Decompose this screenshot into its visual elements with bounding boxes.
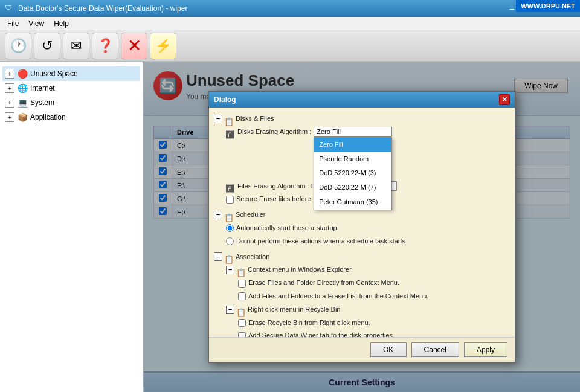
erase-direct-label: Erase Files and Folder Directly from Con…: [248, 277, 399, 289]
add-to-list-checkbox[interactable]: [238, 292, 246, 300]
erase-direct-checkbox[interactable]: [238, 280, 246, 288]
option-dod-3[interactable]: DoD 5220.22-M (3): [314, 166, 392, 181]
expand-application[interactable]: +: [5, 112, 14, 122]
dialog-content: – 📋 Disks & Files 🅰 Disks Erasing Algori…: [209, 108, 515, 337]
back-icon: 🕐: [10, 38, 27, 54]
sidebar-item-unused-space[interactable]: + 🔴 Unused Space: [2, 66, 140, 81]
recycle-bin-label: Right click menu in Recycle Bin: [248, 304, 340, 316]
app-icon: 🛡: [5, 4, 14, 13]
menu-view[interactable]: View: [24, 18, 49, 29]
apply-button[interactable]: Apply: [464, 342, 507, 357]
expand-unused-space[interactable]: +: [5, 69, 14, 79]
no-perform-radio[interactable]: [226, 237, 234, 245]
sidebar-label-internet: Internet: [30, 84, 55, 92]
section-disks-files: – 📋 Disks & Files: [214, 112, 510, 126]
association-icon: 📋: [224, 252, 234, 261]
close-red-icon: ✕: [127, 36, 141, 56]
files-algorithm-label: Files Erasing Algorithm : D: [237, 181, 316, 193]
dialog-buttons: OK Cancel Apply: [209, 337, 515, 362]
dialog-title-bar: Dialog ✕: [209, 92, 515, 108]
auto-start-label: Automatically start these a: [236, 222, 314, 234]
add-disk-props-label: Add Secure Data Wiper tab to the disk pr…: [248, 330, 395, 337]
disks-algorithm-dropdown[interactable]: Zero Fill Pseudo Random DoD 5220.22-M (3…: [314, 137, 392, 210]
option-peter-gutmann[interactable]: Peter Gutmann (35): [314, 195, 392, 210]
modal-overlay: Dialog ✕ – 📋 Disks & Files 🅰: [144, 62, 580, 392]
toolbar-btn-help[interactable]: ❓: [92, 33, 118, 59]
system-icon: 💻: [17, 97, 28, 108]
secure-erase-checkbox[interactable]: [226, 196, 234, 204]
mail-icon: ✉: [71, 38, 82, 54]
scheduler-label: Scheduler: [236, 209, 266, 221]
menu-bar: File View Help: [0, 17, 580, 30]
option-zero-fill[interactable]: Zero Fill: [314, 138, 392, 152]
recycle-bin-icon: 📋: [236, 306, 246, 314]
sidebar-label-application: Application: [30, 113, 66, 121]
application-icon: 📦: [17, 112, 28, 123]
disks-algorithm-label: Disks Erasing Algorithm :: [237, 126, 311, 138]
internet-icon: 🌐: [17, 83, 28, 94]
dialog-title: Dialog: [214, 95, 236, 104]
section-association: – 📋 Association: [214, 251, 510, 264]
option-dod-7[interactable]: DoD 5220.22-M (7): [314, 181, 392, 195]
collapse-scheduler[interactable]: –: [214, 211, 222, 219]
disks-algorithm-select[interactable]: Zero Fill Pseudo Random DoD 5220.22-M (3…: [314, 127, 392, 137]
sidebar-item-system[interactable]: + 💻 System: [2, 95, 140, 110]
dialog: Dialog ✕ – 📋 Disks & Files 🅰: [208, 91, 516, 363]
secure-erase-label: Secure Erase files before: [236, 193, 311, 205]
unused-space-icon: 🔴: [17, 68, 28, 79]
erase-recycle-checkbox[interactable]: [238, 319, 246, 327]
section-scheduler: – 📋 Scheduler: [214, 208, 510, 222]
files-erasing-icon: 🅰: [226, 182, 236, 190]
row-disks-algorithm: 🅰 Disks Erasing Algorithm : Zero Fill Ps…: [214, 126, 510, 139]
dialog-tree: – 📋 Disks & Files 🅰 Disks Erasing Algori…: [214, 112, 510, 337]
menu-help[interactable]: Help: [49, 18, 74, 29]
sidebar-label-unused-space: Unused Space: [30, 69, 78, 78]
collapse-recycle-bin[interactable]: –: [226, 306, 234, 314]
erase-recycle-label: Erase Recycle Bin from Right click menu.: [248, 317, 370, 329]
toolbar-btn-close[interactable]: ✕: [121, 33, 147, 59]
row-erase-direct: Erase Files and Folder Directly from Con…: [214, 277, 510, 290]
toolbar-btn-back[interactable]: 🕐: [5, 33, 31, 59]
main-layout: + 🔴 Unused Space + 🌐 Internet + 💻 System…: [0, 62, 580, 392]
dialog-close-button[interactable]: ✕: [499, 94, 510, 105]
expand-system[interactable]: +: [5, 98, 14, 108]
disk-erasing-icon: 🅰: [226, 128, 236, 137]
action-icon: ⚡: [155, 38, 172, 54]
help-icon: ❓: [97, 38, 114, 54]
row-add-to-list: Add Files and Folders to a Erase List fr…: [214, 290, 510, 303]
sidebar-label-system: System: [30, 98, 54, 107]
context-menu-label: Context menu in Windows Explorer: [248, 264, 352, 276]
section-context-menu: – 📋 Context menu in Windows Explorer: [214, 263, 510, 277]
add-disk-props-checkbox[interactable]: [238, 332, 246, 337]
association-label: Association: [236, 251, 269, 263]
sidebar: + 🔴 Unused Space + 🌐 Internet + 💻 System…: [0, 62, 144, 392]
title-bar: 🛡 Data Doctor's Secure Data Wiper(Evalua…: [0, 0, 580, 17]
row-auto-start: Automatically start these a startup.: [214, 222, 510, 235]
menu-file[interactable]: File: [2, 18, 24, 29]
no-perform-label: Do not perform these actions when a sche…: [236, 236, 405, 248]
add-to-list-label: Add Files and Folders to a Erase List fr…: [248, 291, 428, 303]
ok-button[interactable]: OK: [370, 342, 407, 357]
refresh-icon: ↺: [42, 38, 53, 54]
collapse-context-menu[interactable]: –: [226, 266, 234, 274]
context-menu-icon: 📋: [236, 266, 246, 274]
disks-files-label: Disks & Files: [236, 113, 274, 125]
disks-algorithm-combo-wrap: Zero Fill Pseudo Random DoD 5220.22-M (3…: [314, 126, 392, 138]
expand-internet[interactable]: +: [5, 83, 14, 93]
collapse-disks-files[interactable]: –: [214, 115, 222, 123]
row-add-disk-props: Add Secure Data Wiper tab to the disk pr…: [214, 329, 510, 337]
toolbar: 🕐 ↺ ✉ ❓ ✕ ⚡: [0, 30, 580, 62]
toolbar-btn-action[interactable]: ⚡: [150, 33, 176, 59]
option-pseudo-random[interactable]: Pseudo Random: [314, 152, 392, 167]
toolbar-btn-mail[interactable]: ✉: [63, 33, 89, 59]
sidebar-item-application[interactable]: + 📦 Application: [2, 110, 140, 124]
collapse-association[interactable]: –: [214, 252, 222, 261]
auto-start-radio[interactable]: [226, 224, 234, 232]
watermark: WWW.DRPU.NET: [516, 0, 580, 12]
section-recycle-bin: – 📋 Right click menu in Recycle Bin: [214, 303, 510, 316]
toolbar-btn-refresh[interactable]: ↺: [34, 33, 60, 59]
row-no-perform: Do not perform these actions when a sche…: [214, 235, 510, 248]
cancel-button[interactable]: Cancel: [411, 342, 459, 357]
row-erase-recycle: Erase Recycle Bin from Right click menu.: [214, 316, 510, 330]
sidebar-item-internet[interactable]: + 🌐 Internet: [2, 81, 140, 95]
